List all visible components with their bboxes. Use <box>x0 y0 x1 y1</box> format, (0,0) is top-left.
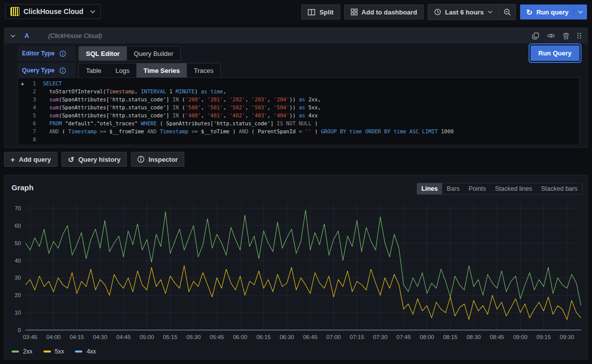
run-query-caret[interactable] <box>574 4 587 19</box>
split-button[interactable]: Split <box>301 4 340 19</box>
svg-text:05:00: 05:00 <box>140 334 154 340</box>
query-ref-id: A <box>24 32 29 39</box>
chart-legend: 2xx 5xx 4xx <box>11 348 96 355</box>
time-range-button[interactable]: Last 6 hours <box>428 4 499 19</box>
svg-text:05:15: 05:15 <box>163 334 177 340</box>
line-number: 4 <box>27 103 36 111</box>
sql-line-7[interactable]: 7 AND ( Timestamp >= $__fromTime AND Tim… <box>18 127 579 135</box>
svg-text:06:15: 06:15 <box>256 334 271 340</box>
clock-icon <box>434 8 441 15</box>
legend-swatch-blue <box>75 351 82 353</box>
editor-type-option-sql-editor[interactable]: SQL Editor <box>79 46 127 60</box>
editor-type-row: Editor Type SQL Editor Query Builder <box>17 46 181 61</box>
sql-line-text: FROM "default"."otel_traces" WHERE ( Spa… <box>36 119 318 127</box>
mode-bars[interactable]: Bars <box>442 183 464 194</box>
info-icon[interactable] <box>59 50 66 57</box>
svg-text:08:00: 08:00 <box>420 334 434 340</box>
mode-points[interactable]: Points <box>464 183 491 194</box>
plus-icon: + <box>10 156 15 163</box>
zoom-out-icon <box>504 8 511 16</box>
svg-text:20: 20 <box>14 292 21 298</box>
gutter-spacer <box>18 95 27 103</box>
legend-item-4xx[interactable]: 4xx <box>75 348 96 355</box>
sql-line-2[interactable]: 2 toStartOfInterval(Timestamp, INTERVAL … <box>18 87 579 95</box>
add-to-dashboard-label: Add to dashboard <box>362 8 417 16</box>
sql-line-8[interactable]: 8 <box>18 135 579 143</box>
time-series-chart[interactable]: 01020304050607003:4504:0004:1504:3004:45… <box>8 199 584 349</box>
sql-line-text: AND ( Timestamp >= $__fromTime AND Times… <box>36 127 454 135</box>
legend-item-5xx[interactable]: 5xx <box>43 348 64 355</box>
sql-line-text: SELECT <box>36 79 62 87</box>
query-footer-actions: + Add query ↺ Query history Inspector <box>4 152 184 167</box>
legend-item-2xx[interactable]: 2xx <box>11 348 32 355</box>
query-type-option-time-series[interactable]: Time Series <box>136 63 187 77</box>
query-editor-card: A (ClickHouse Cloud) Editor Type <box>4 27 588 148</box>
collapse-chevron-icon[interactable] <box>10 34 15 37</box>
delete-query-trash-icon[interactable] <box>563 32 569 39</box>
query-type-label: Query Type <box>17 63 75 78</box>
hide-query-eye-icon[interactable] <box>547 33 555 38</box>
run-query-button[interactable]: ↻ Run query <box>520 4 587 19</box>
refresh-icon: ↻ <box>526 8 533 16</box>
sql-line-text: sum(SpanAttributes['http.status_code'] I… <box>36 95 321 103</box>
datasource-picker[interactable]: ClickHouse Cloud <box>5 4 101 19</box>
query-type-option-logs[interactable]: Logs <box>108 63 136 77</box>
svg-text:07:00: 07:00 <box>326 334 341 340</box>
mode-stacked-lines[interactable]: Stacked lines <box>491 183 537 194</box>
svg-text:09:30: 09:30 <box>560 334 575 340</box>
sql-line-1[interactable]: +1SELECT <box>18 79 579 87</box>
toolbar-actions: Split Add to dashboard Last 6 hours <box>301 4 587 20</box>
svg-text:09:00: 09:00 <box>513 334 528 340</box>
svg-text:60: 60 <box>14 223 21 229</box>
panel-run-query-button[interactable]: Run Query <box>531 45 580 61</box>
query-row-header[interactable]: A (ClickHouse Cloud) <box>4 28 588 43</box>
svg-text:06:45: 06:45 <box>303 334 318 340</box>
svg-text:50: 50 <box>14 240 21 246</box>
query-datasource-hint: (ClickHouse Cloud) <box>48 32 102 39</box>
query-row-actions <box>532 32 582 39</box>
chevron-down-icon <box>90 10 95 13</box>
gutter-spacer <box>18 111 27 119</box>
sql-line-6[interactable]: 6 FROM "default"."otel_traces" WHERE ( S… <box>18 119 579 127</box>
query-type-row: Query Type Table Logs Time Series Traces <box>17 63 221 78</box>
add-query-button[interactable]: + Add query <box>4 152 57 167</box>
editor-type-label: Editor Type <box>17 46 75 61</box>
query-type-option-traces[interactable]: Traces <box>187 63 220 77</box>
zoom-out-button[interactable] <box>499 4 516 19</box>
time-picker-group: Last 6 hours <box>428 4 516 20</box>
svg-text:08:45: 08:45 <box>490 334 504 340</box>
graph-panel: Graph Lines Bars Points Stacked lines St… <box>4 175 588 360</box>
split-icon <box>308 9 315 15</box>
mode-lines[interactable]: Lines <box>417 183 443 194</box>
svg-text:06:00: 06:00 <box>233 334 247 340</box>
graph-panel-title: Graph <box>11 183 33 192</box>
query-type-switcher: Table Logs Time Series Traces <box>78 63 221 78</box>
line-number: 6 <box>27 119 36 127</box>
svg-text:04:30: 04:30 <box>93 334 107 340</box>
query-type-option-table[interactable]: Table <box>79 63 108 77</box>
add-line-plus-icon[interactable]: + <box>18 79 27 87</box>
sql-line-5[interactable]: 5 sum(SpanAttributes['http.status_code']… <box>18 111 579 119</box>
editor-type-option-query-builder[interactable]: Query Builder <box>127 46 180 60</box>
line-number: 5 <box>27 111 36 119</box>
add-to-dashboard-button[interactable]: Add to dashboard <box>344 4 424 19</box>
query-type-label-text: Query Type <box>22 67 54 74</box>
svg-text:07:30: 07:30 <box>373 334 388 340</box>
info-icon[interactable] <box>59 67 66 74</box>
sql-line-text <box>36 135 43 143</box>
query-history-button[interactable]: ↺ Query history <box>61 152 127 167</box>
svg-text:08:30: 08:30 <box>467 334 481 340</box>
inspector-button[interactable]: Inspector <box>131 152 184 167</box>
drag-handle-icon[interactable] <box>577 32 582 39</box>
split-label: Split <box>319 8 333 16</box>
svg-text:04:00: 04:00 <box>46 334 61 340</box>
duplicate-query-icon[interactable] <box>532 32 539 39</box>
mode-stacked-bars[interactable]: Stacked bars <box>537 183 582 194</box>
sql-line-4[interactable]: 4 sum(SpanAttributes['http.status_code']… <box>18 103 579 111</box>
datasource-name: ClickHouse Cloud <box>23 7 86 15</box>
svg-text:05:45: 05:45 <box>210 334 224 340</box>
svg-text:09:15: 09:15 <box>537 334 551 340</box>
sql-code-editor[interactable]: +1SELECT2 toStartOfInterval(Timestamp, I… <box>17 77 580 145</box>
svg-text:06:30: 06:30 <box>280 334 294 340</box>
sql-line-3[interactable]: 3 sum(SpanAttributes['http.status_code']… <box>18 95 579 103</box>
